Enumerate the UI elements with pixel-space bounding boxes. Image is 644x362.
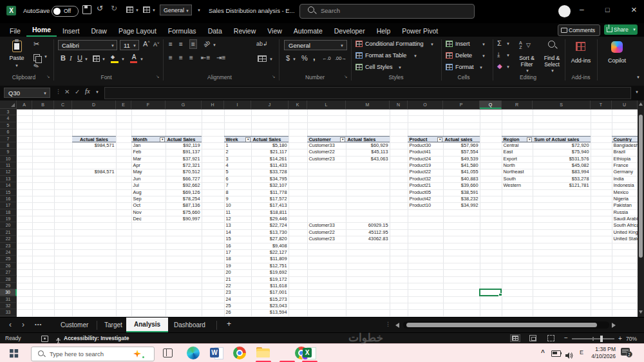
format-cells-icon[interactable]: [446, 64, 453, 70]
table-header-cell[interactable]: Week▼: [224, 136, 251, 142]
table-header-cell[interactable]: Country: [612, 136, 638, 142]
grid-cell[interactable]: Customer22: [307, 229, 346, 236]
excel-app-icon[interactable]: X: [6, 6, 16, 15]
select-all-corner[interactable]: [0, 100, 17, 109]
qat-overflow-icon[interactable]: ▼: [197, 8, 201, 12]
fill-down-icon[interactable]: ⤓: [497, 51, 500, 59]
autosave-toggle[interactable]: Off: [52, 6, 79, 17]
grid-cell[interactable]: $38,591: [443, 189, 480, 196]
grid-cell[interactable]: $34,992: [443, 202, 480, 209]
grid-cell[interactable]: $29,446: [251, 216, 289, 222]
grid-cell[interactable]: $92,119: [166, 142, 202, 149]
font-color-icon[interactable]: A: [130, 53, 138, 59]
hscroll-left-arrow[interactable]: [395, 323, 399, 328]
grid-cell[interactable]: Jun: [131, 176, 166, 182]
grid-cell[interactable]: 16: [224, 243, 251, 249]
bold-button[interactable]: B: [61, 54, 66, 62]
font-size-dropdown[interactable]: 11 ▼: [120, 40, 139, 50]
cell-styles-button[interactable]: Cell Styles: [365, 64, 393, 70]
menu-automate[interactable]: Automate: [288, 25, 328, 37]
copilot-button[interactable]: Copilot: [600, 39, 634, 73]
sheet-nav-right-icon[interactable]: ›: [22, 320, 24, 329]
decrease-font-icon[interactable]: A˅: [153, 41, 160, 48]
grid-cell[interactable]: $21,117: [251, 149, 289, 155]
edge-icon[interactable]: [187, 347, 200, 359]
chevron-down-icon[interactable]: ▼: [135, 8, 139, 12]
grid-cell[interactable]: Jul: [131, 182, 166, 189]
notification-icon[interactable]: 2: [621, 348, 630, 356]
selection-fill-handle[interactable]: [498, 293, 502, 297]
row-header-24[interactable]: 24: [0, 249, 17, 256]
column-header-O[interactable]: O: [408, 100, 443, 109]
percent-icon[interactable]: %: [301, 54, 308, 62]
name-box[interactable]: Q30 ▼: [4, 88, 50, 98]
grid-cell[interactable]: $60,929: [346, 142, 390, 149]
grid-cell[interactable]: Nigeria: [612, 196, 638, 202]
row-header-6[interactable]: 6: [0, 129, 17, 135]
table-header-cell[interactable]: Actual Sales: [346, 136, 390, 142]
grid-cell[interactable]: Brazil: [612, 149, 638, 155]
column-header-B[interactable]: B: [32, 100, 54, 109]
grid-cell[interactable]: 8: [224, 189, 251, 196]
menu-file[interactable]: File: [4, 25, 26, 37]
chevron-down-icon[interactable]: ▼: [121, 57, 125, 61]
row-header-31[interactable]: 31: [0, 296, 17, 303]
decrease-decimal-icon[interactable]: .00→: [335, 55, 346, 61]
grid-cell[interactable]: $75,660: [166, 209, 202, 216]
grid-cell[interactable]: United States: [612, 236, 638, 242]
column-header-R[interactable]: R: [502, 100, 533, 109]
grid-cell[interactable]: $11,433: [251, 162, 289, 169]
grid-cell[interactable]: $121,781: [533, 182, 591, 189]
cut-icon[interactable]: ✂: [33, 40, 39, 48]
row-header-17[interactable]: 17: [0, 202, 17, 209]
grid-cell[interactable]: 19: [224, 263, 251, 269]
grid-cell[interactable]: 9: [224, 196, 251, 202]
clock-date[interactable]: 4/10/2026: [585, 353, 616, 359]
grid-cell[interactable]: East: [502, 149, 533, 155]
grid-cell[interactable]: 25: [224, 303, 251, 309]
row-header-14[interactable]: 14: [0, 182, 17, 189]
grid-cell[interactable]: $19,692: [251, 269, 289, 276]
grid-cell[interactable]: Product22: [408, 169, 443, 175]
macro-record-icon[interactable]: [41, 336, 48, 342]
grid-cell[interactable]: $17,413: [251, 202, 289, 209]
grid-cell[interactable]: 20: [224, 269, 251, 276]
grid-cell[interactable]: $22,724: [251, 222, 289, 229]
menu-developer[interactable]: Developer: [328, 25, 371, 37]
grid-cell[interactable]: 1: [224, 142, 251, 149]
row-header-21[interactable]: 21: [0, 229, 17, 236]
vscroll-down-arrow[interactable]: [639, 310, 643, 314]
grid-cell[interactable]: Jan: [131, 142, 166, 149]
grid-cell[interactable]: $12,751: [251, 263, 289, 269]
vscroll-thumb[interactable]: [639, 115, 643, 258]
grid-cell[interactable]: 43062.83: [346, 236, 390, 242]
grid-cell[interactable]: 17: [224, 249, 251, 256]
row-header-19[interactable]: 19: [0, 216, 17, 222]
row-header-12[interactable]: 12: [0, 169, 17, 175]
enter-formula-icon[interactable]: ✓: [75, 88, 80, 95]
chevron-down-icon[interactable]: ▼: [102, 57, 106, 61]
grid-cell[interactable]: Feb: [131, 149, 166, 155]
normal-view-icon[interactable]: [510, 334, 520, 342]
qat-table-icon-1[interactable]: [126, 6, 133, 13]
grid-cell[interactable]: Aug: [131, 189, 166, 196]
sort-filter-button[interactable]: AZ ▽ Sort & Filter ▼: [514, 39, 540, 75]
italic-button[interactable]: I: [70, 54, 72, 62]
grid-cell[interactable]: $11,809: [251, 256, 289, 262]
chrome-icon[interactable]: [233, 347, 246, 359]
grid-cell[interactable]: Product21: [408, 182, 443, 189]
column-header-I[interactable]: I: [224, 100, 251, 109]
grid-cell[interactable]: Product05: [408, 189, 443, 196]
filter-button[interactable]: ▼: [160, 137, 165, 142]
grid-cell[interactable]: Mexico: [612, 189, 638, 196]
battery-icon[interactable]: [551, 350, 561, 357]
grid-cell[interactable]: $83,994: [533, 169, 591, 175]
grid-cell[interactable]: North: [502, 162, 533, 169]
grid-cell[interactable]: 15: [224, 236, 251, 242]
menu-review[interactable]: Review: [228, 25, 261, 37]
redo-icon[interactable]: ↻: [111, 4, 117, 13]
column-header-L[interactable]: L: [307, 100, 346, 109]
menu-view[interactable]: View: [261, 25, 288, 37]
grid-cell[interactable]: $38,232: [443, 196, 480, 202]
formula-bar-expand-icon[interactable]: ▼: [635, 90, 639, 94]
